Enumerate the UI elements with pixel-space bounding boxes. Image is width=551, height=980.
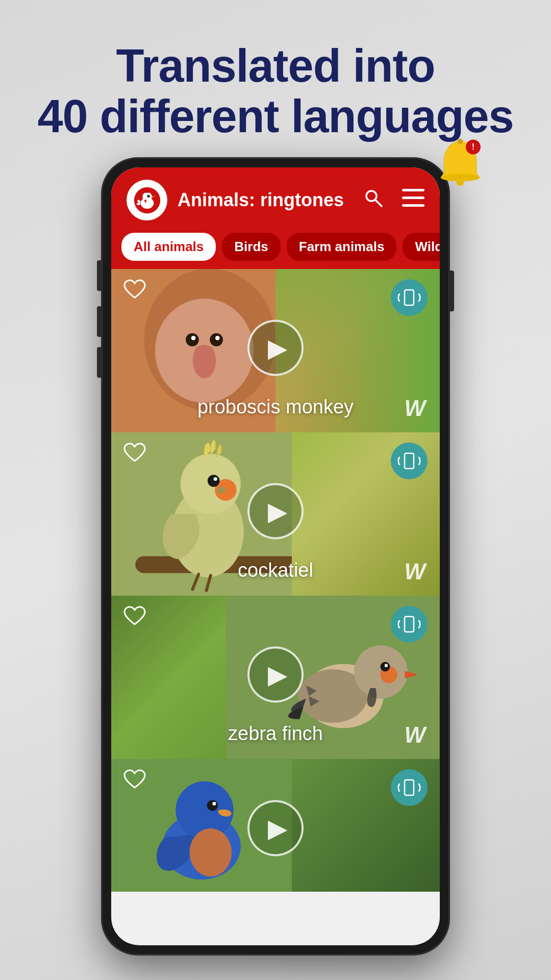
- heart-button-4[interactable]: [123, 769, 146, 795]
- phone-screen: Animals: ringtones: [111, 167, 440, 945]
- phone-outer: Animals: ringtones: [102, 158, 449, 954]
- notification-bell[interactable]: !: [435, 137, 491, 198]
- play-icon-2: ▶: [268, 497, 287, 526]
- header-line1: Translated into: [116, 40, 435, 91]
- svg-point-22: [215, 336, 220, 340]
- play-button-1[interactable]: ▶: [247, 320, 304, 376]
- vibrate-button-1[interactable]: [391, 279, 428, 316]
- search-icon[interactable]: [363, 188, 384, 213]
- svg-rect-41: [405, 617, 414, 632]
- svg-rect-13: [402, 189, 424, 191]
- wikipedia-link-3[interactable]: W: [404, 722, 425, 748]
- menu-icon[interactable]: [402, 189, 424, 212]
- tab-birds[interactable]: Birds: [222, 233, 280, 261]
- play-icon-3: ▶: [268, 660, 287, 690]
- animal-item-blue-bird[interactable]: ▶: [111, 759, 440, 892]
- svg-line-12: [375, 200, 382, 206]
- animal-list: ▶ proboscis monkey W: [111, 269, 440, 892]
- svg-point-47: [212, 802, 216, 805]
- svg-text:!: !: [472, 142, 474, 151]
- svg-rect-14: [402, 197, 424, 199]
- category-tabs: All animals Birds Farm animals Wild anim…: [111, 233, 440, 269]
- svg-point-9: [147, 194, 150, 198]
- svg-rect-48: [405, 780, 414, 795]
- vibrate-button-2[interactable]: [391, 443, 428, 479]
- animal-name-2: cockatiel: [111, 559, 440, 581]
- header-title: Translated into 40 different languages: [0, 41, 551, 142]
- svg-rect-2: [458, 139, 463, 144]
- svg-point-46: [207, 800, 218, 811]
- app-logo: [127, 180, 167, 220]
- play-button-3[interactable]: ▶: [247, 647, 304, 703]
- play-icon-4: ▶: [268, 814, 287, 843]
- wikipedia-link-2[interactable]: W: [404, 559, 425, 584]
- animal-name-3: zebra finch: [111, 723, 440, 745]
- svg-point-21: [191, 336, 196, 340]
- svg-point-10: [148, 195, 149, 196]
- animal-name-1: proboscis monkey: [111, 396, 440, 418]
- phone-mockup: Animals: ringtones: [102, 158, 449, 954]
- heart-button-3[interactable]: [123, 606, 146, 631]
- animal-item-cockatiel[interactable]: ▶ cockatiel W: [111, 432, 440, 596]
- wikipedia-link-1[interactable]: W: [404, 396, 425, 421]
- page-background: Translated into 40 different languages !: [0, 0, 551, 980]
- svg-point-45: [189, 828, 232, 876]
- svg-point-7: [142, 192, 152, 201]
- animal-item-zebra-finch[interactable]: ▶ zebra finch W: [111, 596, 440, 759]
- header-section: Translated into 40 different languages: [0, 41, 551, 142]
- tab-farm-animals[interactable]: Farm animals: [287, 233, 397, 261]
- app-header: Animals: ringtones: [111, 167, 440, 233]
- play-button-2[interactable]: ▶: [247, 483, 304, 540]
- heart-button-1[interactable]: [123, 279, 146, 305]
- vibrate-button-4[interactable]: [391, 769, 428, 806]
- svg-point-30: [214, 477, 217, 481]
- svg-rect-15: [402, 204, 424, 207]
- svg-point-29: [208, 475, 220, 487]
- tab-wild-animals[interactable]: Wild animals: [403, 233, 440, 261]
- tab-all-animals[interactable]: All animals: [121, 233, 216, 261]
- app-title: Animals: ringtones: [178, 189, 345, 211]
- play-button-4[interactable]: ▶: [247, 800, 304, 856]
- vibrate-button-3[interactable]: [391, 606, 428, 643]
- svg-rect-23: [405, 290, 414, 305]
- header-line2: 40 different languages: [37, 91, 513, 142]
- heart-button-2[interactable]: [123, 443, 146, 468]
- svg-rect-33: [405, 453, 414, 469]
- play-icon-1: ▶: [268, 333, 287, 363]
- animal-item-proboscis-monkey[interactable]: ▶ proboscis monkey W: [111, 269, 440, 432]
- svg-point-40: [385, 664, 388, 667]
- svg-point-1: [457, 179, 464, 186]
